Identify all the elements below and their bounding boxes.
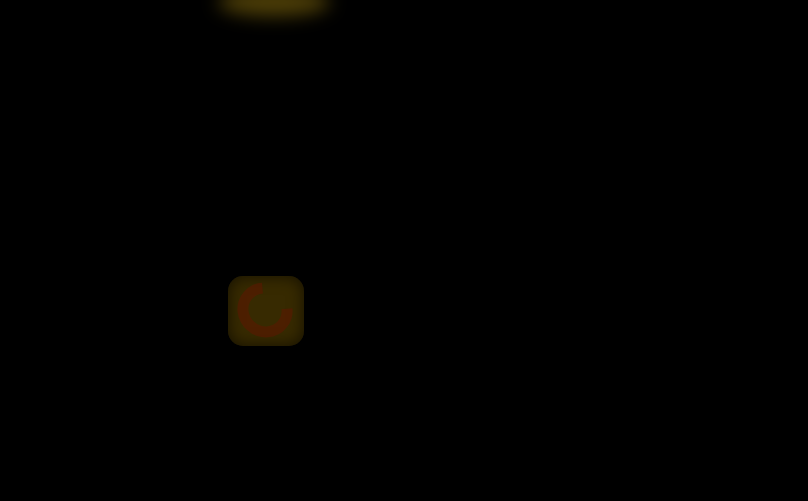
macd-pane[interactable] bbox=[3, 344, 755, 474]
time-scale-axis[interactable] bbox=[3, 477, 806, 498]
price-chart-pane[interactable] bbox=[3, 3, 755, 341]
mt4-chart-window bbox=[0, 0, 808, 501]
price-scale-axis[interactable] bbox=[757, 3, 806, 474]
